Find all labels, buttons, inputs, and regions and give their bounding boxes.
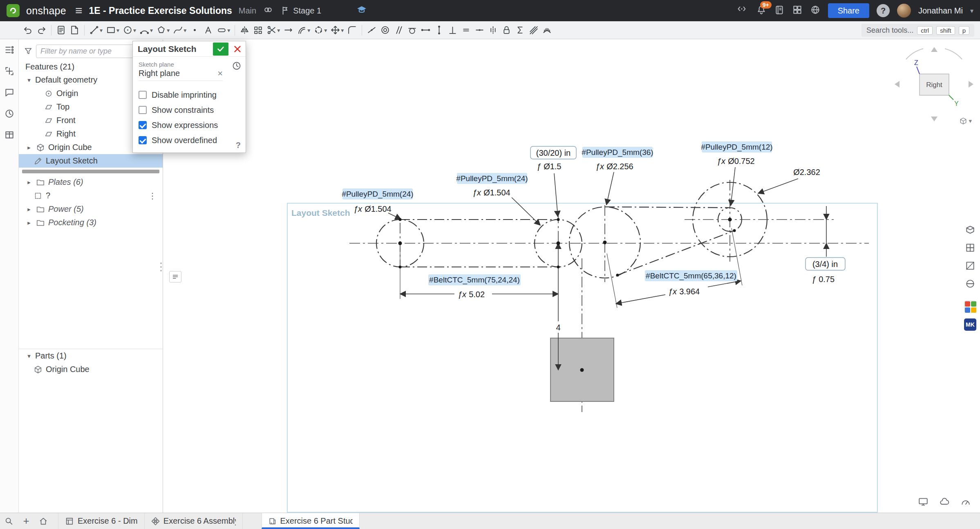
dropdown-caret-icon[interactable]: ▾ (100, 27, 103, 34)
clear-selection-icon[interactable]: × (217, 69, 223, 78)
cloud-status-icon[interactable] (939, 496, 950, 509)
history-icon[interactable] (4, 107, 15, 121)
rotate-up-arrow-icon[interactable] (931, 47, 937, 52)
parallel-constraint[interactable] (392, 22, 405, 38)
collapse-caret-icon[interactable]: ▾ (25, 76, 33, 84)
feature-item-layout-sketch[interactable]: Layout Sketch (19, 154, 163, 168)
circular-pattern-tool[interactable]: ▾ (312, 22, 329, 38)
user-menu-caret-icon[interactable]: ▾ (970, 7, 973, 15)
expand-caret-icon[interactable]: ▸ (25, 144, 33, 151)
dropdown-caret-icon[interactable]: ▾ (150, 27, 153, 34)
extend-tool[interactable] (282, 22, 295, 38)
tab-exercise6-part-studio[interactable]: Exercise 6 Part Studio (262, 513, 360, 529)
mirror-tool[interactable] (238, 22, 251, 38)
parts-header-row[interactable]: ▾ Parts (1) (19, 349, 163, 363)
dropdown-caret-icon[interactable]: ▾ (277, 27, 280, 34)
cancel-button[interactable] (231, 43, 244, 56)
section-view-icon[interactable] (963, 259, 978, 273)
view-menu-button[interactable]: ▾ (959, 117, 972, 125)
concentric-constraint[interactable] (378, 22, 392, 38)
app-badge-mk-icon[interactable]: MK (964, 318, 976, 331)
polygon-tool[interactable]: ▾ (154, 22, 171, 38)
performance-gauge-icon[interactable] (960, 496, 971, 509)
dropdown-caret-icon[interactable]: ▾ (116, 27, 119, 34)
offset-tool[interactable]: ▾ (295, 22, 312, 38)
spline-tool[interactable]: ▾ (171, 22, 188, 38)
feature-item-unknown[interactable]: ? ⋮ (19, 189, 163, 202)
help-button[interactable]: ? (877, 4, 890, 17)
rollback-bar[interactable] (22, 170, 159, 173)
insert-icon[interactable] (4, 64, 15, 78)
tab-exercise6-drawing[interactable]: Exercise 6 - Dim (58, 513, 145, 529)
expand-caret-icon[interactable]: ▸ (25, 206, 33, 213)
dropdown-caret-icon[interactable]: ▾ (324, 27, 327, 34)
hatch-icon[interactable] (527, 22, 540, 38)
linear-pattern-tool[interactable] (251, 22, 265, 38)
circle-tool[interactable]: ▾ (121, 22, 138, 38)
app-store-grid-icon[interactable] (792, 4, 803, 17)
checkbox[interactable] (139, 91, 147, 99)
search-tools[interactable]: Search tools... ctrl shift p (861, 24, 974, 37)
filter-funnel-icon[interactable] (24, 47, 33, 56)
import-dxf-icon[interactable] (68, 22, 81, 38)
paste-sketch-icon[interactable] (54, 22, 68, 38)
dropdown-caret-icon[interactable]: ▾ (227, 27, 230, 34)
suppression-clock-icon[interactable] (232, 61, 242, 72)
equal-constraint[interactable] (459, 22, 473, 38)
line-tool[interactable]: ▾ (87, 22, 104, 38)
checkbox[interactable] (139, 121, 147, 129)
redo-button[interactable] (35, 22, 48, 38)
rotate-right-arrow-icon[interactable] (969, 81, 973, 87)
perpendicular-constraint[interactable] (446, 22, 459, 38)
fix-constraint[interactable] (500, 22, 513, 38)
rotate-down-arrow-icon[interactable] (931, 117, 937, 121)
expand-caret-icon[interactable]: ▸ (25, 219, 33, 226)
collapse-caret-icon[interactable]: ▾ (25, 352, 33, 360)
rotate-arc-icon[interactable] (945, 49, 962, 59)
feature-folder-plates[interactable]: ▸ Plates (6) (19, 175, 163, 189)
notebook-icon[interactable] (774, 4, 785, 17)
display-states-icon[interactable] (963, 277, 978, 291)
fillet-tool[interactable] (345, 22, 359, 38)
home-tab-icon[interactable] (34, 513, 52, 529)
onshape-logo-icon[interactable] (7, 4, 20, 17)
share-button[interactable]: Share (828, 3, 869, 18)
pulley-geometry[interactable] (376, 182, 767, 278)
main-menu-button[interactable]: ≡ (75, 4, 83, 17)
dialog-help-icon[interactable]: ? (236, 141, 241, 150)
feature-list-icon[interactable] (4, 43, 15, 57)
checkbox[interactable] (139, 136, 147, 144)
tangent-constraint[interactable] (405, 22, 419, 38)
expand-caret-icon[interactable]: ▸ (25, 179, 33, 186)
dialog-header[interactable]: Layout Sketch (133, 41, 246, 57)
rotate-arc-icon[interactable] (906, 49, 923, 59)
slot-tool[interactable]: ▾ (215, 22, 232, 38)
undo-button[interactable] (21, 22, 35, 38)
transform-tool[interactable]: ▾ (329, 22, 345, 38)
dropdown-caret-icon[interactable]: ▾ (183, 27, 186, 34)
arc-tool[interactable]: ▾ (138, 22, 154, 38)
dropdown-caret-icon[interactable]: ▾ (341, 27, 344, 34)
resources-globe-icon[interactable] (810, 4, 821, 17)
notifications-bell-icon[interactable]: 9+ (756, 4, 767, 17)
item-context-menu-icon[interactable]: ⋮ (148, 191, 157, 201)
link-icon[interactable] (263, 4, 273, 17)
feature-folder-pocketing[interactable]: ▸ Pocketing (3) (19, 216, 163, 229)
dropdown-caret-icon[interactable]: ▾ (307, 27, 310, 34)
graphics-canvas[interactable]: Layout Sketch (163, 40, 980, 513)
featurescript-icon[interactable] (735, 3, 749, 18)
tables-icon[interactable] (4, 128, 15, 142)
curvature-comb-icon[interactable] (540, 22, 554, 38)
tab-exercise6-assembly[interactable]: Exercise 6 Assembly (145, 513, 243, 529)
isometric-view-icon[interactable] (963, 241, 978, 255)
workspace-name[interactable]: Main (239, 6, 256, 16)
midpoint-constraint[interactable] (473, 22, 486, 38)
trim-tool[interactable]: ▾ (265, 22, 282, 38)
collapsed-panel-button[interactable] (169, 271, 181, 282)
feature-folder-power[interactable]: ▸ Power (5) (19, 202, 163, 216)
rectangle-tool[interactable]: ▾ (104, 22, 121, 38)
sketch-plane-field[interactable]: Right plane × (139, 68, 223, 81)
coincident-constraint[interactable] (365, 22, 378, 38)
vertical-constraint[interactable] (432, 22, 446, 38)
dropdown-caret-icon[interactable]: ▾ (167, 27, 170, 34)
